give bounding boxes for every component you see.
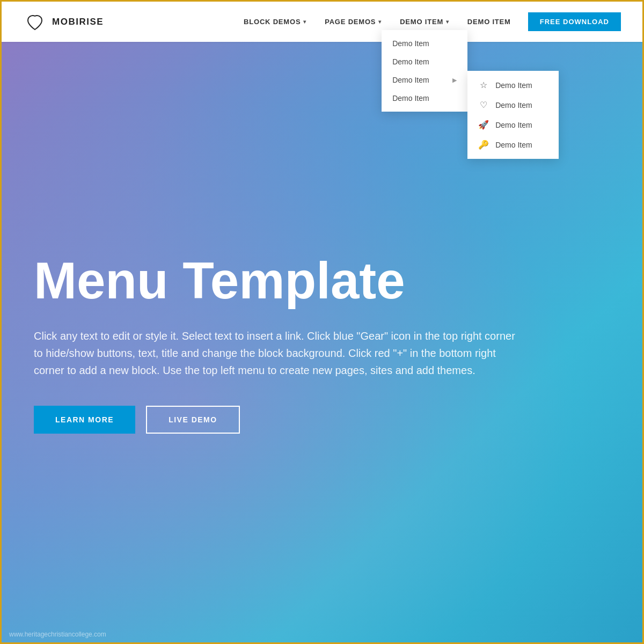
rocket-icon: 🚀 — [478, 120, 489, 130]
key-icon: 🔑 — [478, 140, 489, 150]
chevron-icon: ▾ — [378, 19, 382, 25]
hero-title: Menu Template — [34, 254, 463, 308]
dropdown-item-4[interactable]: Demo Item — [382, 89, 467, 107]
hero-buttons: LEARN MORE LIVE DEMO — [34, 406, 610, 434]
live-demo-button[interactable]: LIVE DEMO — [146, 406, 240, 434]
demo-item-1-link[interactable]: DEMO ITEM ▾ — [392, 13, 457, 30]
sub-dropdown: ☆ Demo Item ♡ Demo Item 🚀 Demo Item � — [467, 71, 559, 159]
star-icon: ☆ — [478, 80, 489, 90]
page-demos-link[interactable]: PAGE DEMOS ▾ — [317, 13, 389, 30]
free-download-button[interactable]: FREE DOWNLOAD — [528, 12, 621, 31]
chevron-icon: ▾ — [303, 19, 306, 25]
sub-item-1[interactable]: ☆ Demo Item — [467, 75, 559, 95]
brand-icon — [23, 10, 47, 34]
dropdown-item-3-has-sub[interactable]: Demo Item ▶ ☆ Demo Item ♡ Demo Item — [382, 71, 467, 89]
sub-item-3[interactable]: 🚀 Demo Item — [467, 115, 559, 135]
nav-item-page-demos[interactable]: PAGE DEMOS ▾ — [317, 13, 389, 30]
nav-item-block-demos[interactable]: BLOCK DEMOS ▾ — [236, 13, 314, 30]
nav-links: BLOCK DEMOS ▾ PAGE DEMOS ▾ DEMO ITEM ▾ D… — [236, 12, 621, 31]
watermark: www.heritagechristiancollege.com — [9, 631, 106, 638]
hero-description: Click any text to edit or style it. Sele… — [34, 327, 517, 379]
navbar: MOBIRISE BLOCK DEMOS ▾ PAGE DEMOS ▾ DEMO… — [2, 2, 642, 42]
sub-item-2[interactable]: ♡ Demo Item — [467, 95, 559, 115]
sub-arrow-icon: ▶ — [452, 77, 457, 84]
brand-name: MOBIRISE — [52, 17, 104, 27]
nav-item-demo-item-1[interactable]: DEMO ITEM ▾ Demo Item Demo Item Demo Ite… — [392, 13, 457, 30]
heart-icon: ♡ — [478, 100, 489, 110]
learn-more-button[interactable]: LEARN MORE — [34, 406, 135, 434]
brand[interactable]: MOBIRISE — [23, 10, 104, 34]
demo-item-2-link[interactable]: DEMO ITEM — [460, 13, 518, 30]
demo-item-dropdown: Demo Item Demo Item Demo Item ▶ ☆ Demo I… — [382, 30, 467, 112]
sub-item-4[interactable]: 🔑 Demo Item — [467, 135, 559, 155]
nav-item-demo-item-2[interactable]: DEMO ITEM — [460, 13, 518, 30]
dropdown-item-2[interactable]: Demo Item — [382, 53, 467, 71]
chevron-icon: ▾ — [446, 19, 449, 25]
block-demos-link[interactable]: BLOCK DEMOS ▾ — [236, 13, 314, 30]
dropdown-item-1[interactable]: Demo Item — [382, 34, 467, 53]
